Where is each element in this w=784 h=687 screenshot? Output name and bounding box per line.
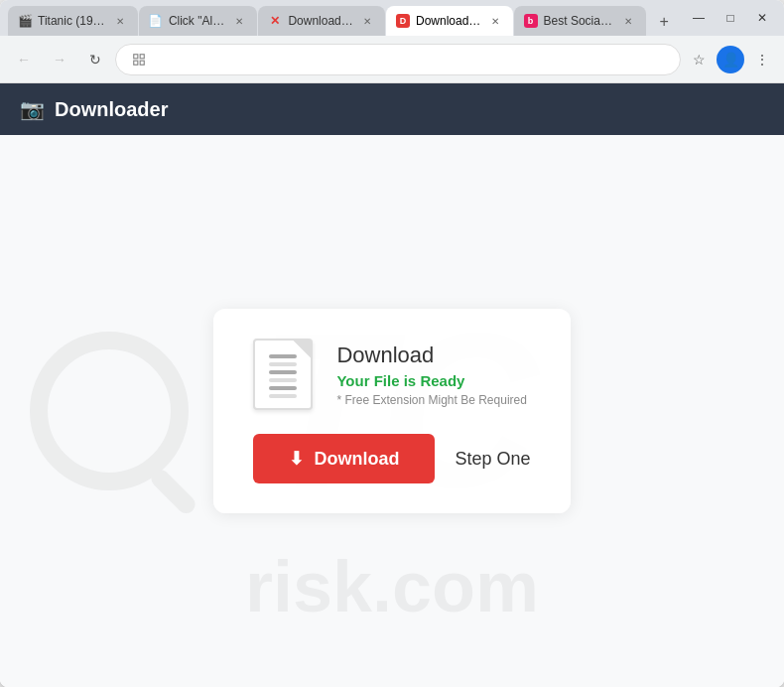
address-input[interactable] — [115, 44, 681, 75]
magnifier-watermark — [30, 332, 189, 490]
tab-download-r[interactable]: D Download R... ✕ — [386, 6, 513, 36]
card-subtitle: Your File is Ready — [336, 372, 526, 389]
step-one-label: Step One — [455, 449, 530, 470]
card-info: Download Your File is Ready * Free Exten… — [336, 343, 526, 407]
tab-download-cl[interactable]: ✕ Download cl... ✕ — [258, 6, 385, 36]
magnifier-circle — [30, 332, 189, 490]
tab-social-title: Best Social C... — [544, 14, 615, 28]
tab-titanic[interactable]: 🎬 Titanic (1997... ✕ — [8, 6, 138, 36]
tab-allow-close[interactable]: ✕ — [231, 13, 247, 29]
magnifier-handle — [148, 466, 199, 517]
downloader-header-icon: 📷 — [20, 97, 45, 121]
content-card: Download Your File is Ready * Free Exten… — [213, 309, 570, 513]
download-icon: ⬇ — [289, 448, 304, 470]
browser-window: 🎬 Titanic (1997... ✕ 📄 Click "Allow" ✕ ✕… — [0, 0, 784, 687]
page-content: 📷 Downloader TC risk.com — [0, 83, 784, 687]
svg-rect-0 — [134, 54, 138, 58]
tab-social[interactable]: b Best Social C... ✕ — [514, 6, 647, 36]
card-top-row: Download Your File is Ready * Free Exten… — [253, 339, 526, 410]
tab-download-cl-title: Download cl... — [288, 14, 353, 28]
tab-titanic-close[interactable]: ✕ — [112, 13, 128, 29]
profile-icon[interactable]: 👤 — [717, 46, 744, 73]
tab-allow[interactable]: 📄 Click "Allow" ✕ — [139, 6, 258, 36]
card-title: Download — [336, 343, 526, 368]
close-button[interactable]: ✕ — [748, 4, 776, 32]
downloader-header: 📷 Downloader — [0, 83, 784, 135]
address-right-controls: ☆ 👤 ⋮ — [685, 46, 776, 73]
tab-allow-title: Click "Allow" — [169, 14, 226, 28]
address-bar: ← → ↻ ☆ 👤 ⋮ — [0, 36, 784, 83]
main-area: TC risk.com — [0, 135, 784, 687]
watermark-risk: risk.com — [245, 546, 539, 627]
svg-rect-3 — [140, 61, 144, 65]
maximize-button[interactable]: □ — [717, 4, 744, 32]
tab-download-r-close[interactable]: ✕ — [487, 13, 503, 29]
tab-download-cl-close[interactable]: ✕ — [359, 13, 375, 29]
tab-allow-favicon: 📄 — [149, 14, 163, 28]
tab-social-favicon: b — [524, 14, 538, 28]
tab-social-close[interactable]: ✕ — [620, 13, 636, 29]
forward-button[interactable]: → — [44, 44, 75, 75]
tab-download-r-title: Download R... — [416, 14, 481, 28]
new-tab-button[interactable]: + — [651, 8, 677, 36]
tab-download-r-favicon: D — [396, 14, 410, 28]
actions-row: ⬇ Download Step One — [253, 434, 530, 483]
bookmark-icon[interactable]: ☆ — [685, 46, 713, 73]
svg-rect-2 — [134, 61, 138, 65]
minimize-button[interactable]: — — [685, 4, 713, 32]
tab-download-cl-favicon: ✕ — [268, 14, 282, 28]
title-bar: 🎬 Titanic (1997... ✕ 📄 Click "Allow" ✕ ✕… — [0, 0, 784, 36]
menu-icon[interactable]: ⋮ — [748, 46, 776, 73]
downloader-header-title: Downloader — [55, 98, 168, 121]
download-button-label: Download — [314, 449, 399, 470]
tab-group: 🎬 Titanic (1997... ✕ 📄 Click "Allow" ✕ ✕… — [8, 0, 677, 36]
card-note: * Free Extension Might Be Required — [336, 393, 526, 407]
svg-rect-1 — [140, 54, 144, 58]
download-button[interactable]: ⬇ Download — [253, 434, 435, 483]
tab-titanic-title: Titanic (1997... — [38, 14, 106, 28]
file-icon — [253, 339, 313, 410]
refresh-button[interactable]: ↻ — [79, 44, 111, 75]
tab-titanic-favicon: 🎬 — [18, 14, 32, 28]
back-button[interactable]: ← — [8, 44, 40, 75]
window-controls: — □ ✕ — [685, 4, 776, 32]
